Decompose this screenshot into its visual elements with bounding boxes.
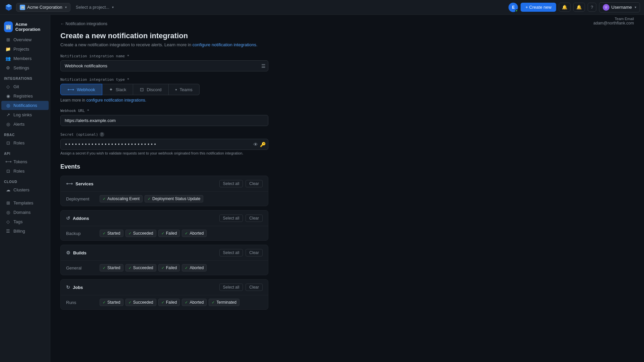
webhook-url-label: Webhook URL *	[60, 109, 268, 113]
addons-clear[interactable]: Clear	[246, 215, 263, 222]
app-logo	[4, 3, 13, 12]
team-info: Team Email adam@northflank.com	[593, 17, 634, 25]
builds-cat-icon: ⚙	[66, 250, 70, 255]
jobs-clear[interactable]: Clear	[246, 284, 263, 291]
help-button[interactable]: ?	[588, 3, 596, 12]
settings-icon: ⚙	[5, 65, 11, 70]
org-selector[interactable]: 🏢 Acme Corporation ▾	[16, 3, 70, 12]
user-menu-button[interactable]: U Username ▾	[599, 2, 640, 12]
clusters-icon: ☁	[5, 187, 11, 192]
webhook-url-input[interactable]	[60, 115, 268, 126]
alerts-button[interactable]: 🔔	[573, 3, 585, 12]
services-clear[interactable]: Clear	[246, 180, 263, 187]
user-avatar-e: E	[508, 3, 518, 12]
tag-jobs-aborted[interactable]: ✓ Aborted	[182, 299, 207, 306]
description-link[interactable]: configure notification integrations.	[193, 42, 258, 47]
sidebar-item-templates[interactable]: ⊞ Templates	[1, 198, 49, 207]
event-category-services: ⟷ Services Select all Clear Deployment ✓…	[60, 176, 268, 206]
check-icon: ✓	[128, 300, 131, 305]
sidebar-item-members[interactable]: 👥 Members	[1, 54, 49, 63]
name-field-label: Notification integration name *	[60, 54, 268, 58]
tag-jobs-succeeded[interactable]: ✓ Succeeded	[125, 299, 156, 306]
name-input[interactable]	[60, 60, 268, 71]
builds-tags: ✓ Started ✓ Succeeded ✓ Failed ✓	[100, 264, 207, 272]
tag-jobs-failed[interactable]: ✓ Failed	[158, 299, 180, 306]
type-field-group: Notification integration type * ⟷ Webhoo…	[60, 77, 268, 103]
builds-title: Builds	[73, 250, 87, 255]
tag-jobs-terminated[interactable]: ✓ Terminated	[209, 299, 239, 306]
tag-build-succeeded[interactable]: ✓ Succeeded	[125, 264, 156, 272]
projects-icon: 📁	[5, 47, 11, 52]
git-icon: ◇	[5, 84, 11, 89]
sidebar-item-projects[interactable]: 📁 Projects	[1, 45, 49, 54]
builds-select-all[interactable]: Select all	[219, 249, 243, 256]
page-header: Create a new notification integration Cr…	[60, 32, 634, 47]
notifications-bell-button[interactable]: 🔔	[559, 3, 571, 12]
type-selector: ⟷ Webhook ✦ Slack ⊡ Discord ▪ Teams	[60, 84, 268, 95]
secret-visibility-toggle[interactable]: 👁	[253, 142, 258, 147]
sidebar-item-clusters[interactable]: ☁ Clusters	[1, 185, 49, 194]
sidebar-item-tokens[interactable]: ⟷ Tokens	[1, 157, 49, 166]
check-icon: ✓	[212, 300, 215, 305]
project-selector[interactable]: Select a project... ▾	[73, 3, 116, 11]
services-select-all[interactable]: Select all	[219, 180, 243, 187]
general-label: General	[66, 265, 96, 270]
sidebar-org-name: Acme Corporation	[15, 22, 46, 32]
sidebar-item-tags[interactable]: ◇ Tags	[1, 217, 49, 226]
type-btn-teams[interactable]: ▪ Teams	[169, 84, 200, 95]
alert-icon: 🔔	[576, 5, 582, 10]
tag-build-started[interactable]: ✓ Started	[100, 264, 123, 272]
sidebar-header: 🏢 Acme Corporation	[0, 17, 50, 35]
builds-clear[interactable]: Clear	[246, 249, 263, 256]
sidebar-item-settings[interactable]: ⚙ Settings	[1, 63, 49, 72]
tag-backup-succeeded[interactable]: ✓ Succeeded	[125, 230, 156, 237]
secret-field-group: Secret (optional) ? 👁 🔑 Assign a secret …	[60, 132, 268, 155]
top-nav-actions: E + Create new 🔔 🔔 ? U Username ▾	[508, 2, 640, 12]
name-field-group: Notification integration name * ☰	[60, 54, 268, 71]
sidebar-item-billing[interactable]: ☰ Billing	[1, 227, 49, 236]
secret-input[interactable]	[60, 139, 268, 150]
events-section: Events ⟷ Services Select all Clear Deplo…	[60, 163, 268, 310]
sidebar-item-notifications[interactable]: ◎ Notifications	[1, 101, 49, 110]
type-learn-more-link[interactable]: configure notification integrations.	[86, 98, 146, 103]
billing-icon: ☰	[5, 229, 11, 234]
sidebar-item-registries[interactable]: ◉ Registries	[1, 92, 49, 101]
project-chevron-icon: ▾	[112, 5, 114, 9]
org-chevron-icon: ▾	[65, 5, 67, 9]
sidebar-item-domains[interactable]: ◎ Domains	[1, 208, 49, 217]
tag-backup-aborted[interactable]: ✓ Aborted	[182, 230, 207, 237]
team-email-label: Team Email	[593, 17, 634, 21]
tag-build-aborted[interactable]: ✓ Aborted	[182, 264, 207, 272]
sidebar-item-alerts[interactable]: ◎ Alerts	[1, 120, 49, 129]
user-avatar: U	[603, 4, 609, 11]
sidebar-item-git[interactable]: ◇ Git	[1, 82, 49, 91]
create-new-button[interactable]: + Create new	[521, 3, 556, 12]
log-sinks-icon: ↗	[5, 112, 11, 117]
teams-icon: ▪	[175, 87, 177, 92]
tag-build-failed[interactable]: ✓ Failed	[158, 264, 180, 272]
sidebar-item-log-sinks[interactable]: ↗ Log sinks	[1, 110, 49, 119]
main-content: Team Email adam@northflank.com ← Notific…	[50, 15, 644, 362]
tag-autoscaling[interactable]: ✓ Autoscaling Event	[100, 195, 143, 202]
check-icon: ✓	[128, 266, 131, 270]
type-btn-slack[interactable]: ✦ Slack	[102, 84, 133, 95]
tag-backup-failed[interactable]: ✓ Failed	[158, 230, 180, 237]
sidebar-org-icon: 🏢	[4, 21, 13, 32]
type-btn-webhook[interactable]: ⟷ Webhook	[60, 84, 102, 95]
tag-backup-started[interactable]: ✓ Started	[100, 230, 123, 237]
tag-deployment-status[interactable]: ✓ Deployment Status Update	[145, 195, 203, 202]
type-btn-discord[interactable]: ⊡ Discord	[133, 84, 168, 95]
integrations-section-label: INTEGRATIONS	[0, 73, 50, 82]
sidebar-item-overview[interactable]: ⊞ Overview	[1, 35, 49, 44]
sidebar-item-api-roles[interactable]: ⊡ Roles	[1, 167, 49, 176]
name-input-wrapper: ☰	[60, 60, 268, 71]
page-title: Create a new notification integration	[60, 32, 634, 40]
secret-copy-button[interactable]: 🔑	[260, 142, 266, 147]
addons-select-all[interactable]: Select all	[219, 215, 243, 222]
user-name: Username	[611, 5, 632, 10]
tag-jobs-started[interactable]: ✓ Started	[100, 299, 123, 306]
services-title: Services	[75, 181, 94, 186]
breadcrumb-link[interactable]: ← Notification integrations	[60, 21, 107, 26]
jobs-select-all[interactable]: Select all	[219, 284, 243, 291]
sidebar-item-roles[interactable]: ⊡ Roles	[1, 138, 49, 147]
